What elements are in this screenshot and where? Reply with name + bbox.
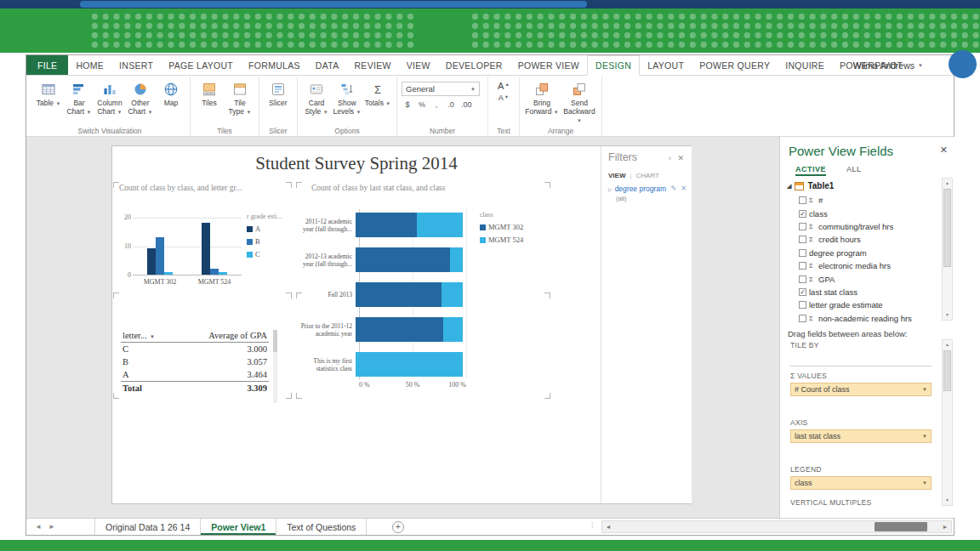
report-title[interactable]: Student Survey Spring 2014 [112, 153, 601, 174]
slicer-button[interactable]: Slicer [264, 78, 293, 116]
ribbon-tab-home[interactable]: HOME [68, 55, 111, 75]
bar-b-mgmt-524[interactable] [210, 269, 219, 275]
ribbon-tab-formulas[interactable]: FORMULAS [241, 55, 308, 75]
table-total-row[interactable]: Total3.309 [121, 381, 269, 395]
collapse-pane-icon[interactable]: ‹ [669, 154, 671, 162]
legend-item-c[interactable]: C [247, 250, 291, 258]
scrollbar-thumb[interactable] [875, 522, 927, 531]
ribbon-tab-data[interactable]: DATA [308, 55, 347, 75]
field-chip-count-of-class[interactable]: # Count of class▼ [790, 383, 932, 396]
scroll-left-icon[interactable]: ◄ [602, 524, 614, 530]
table-row[interactable]: C3.000 [121, 343, 269, 355]
checkbox[interactable] [799, 288, 806, 296]
field-row-class[interactable]: class [799, 207, 935, 219]
checkbox[interactable] [799, 276, 806, 283]
sort-dropdown-icon[interactable]: ▼ [150, 334, 155, 339]
new-sheet-button[interactable]: + [392, 521, 404, 533]
bar-b-mgmt-302[interactable] [156, 237, 164, 275]
bar-segment-mgmt-302[interactable] [356, 317, 443, 342]
checkbox[interactable] [799, 249, 806, 257]
sheet-nav-left-icon[interactable]: ◄ [35, 519, 42, 535]
scrollbar-thumb[interactable] [943, 350, 951, 391]
scrollbar-thumb[interactable] [273, 330, 277, 352]
scroll-down-icon[interactable]: ▼ [943, 496, 952, 505]
column-chart[interactable]: Count of class by class, and letter gr..… [119, 184, 291, 296]
scroll-right-icon[interactable]: ► [939, 524, 951, 530]
legend-item-a[interactable]: A [247, 224, 291, 233]
ribbon-tab-power-query[interactable]: POWER QUERY [692, 55, 778, 75]
tab-active-fields[interactable]: ACTIVE [795, 165, 826, 176]
ribbon-tab-view[interactable]: VIEW [399, 55, 438, 75]
scroll-up-icon[interactable]: ▲ [943, 340, 952, 349]
sheet-tab-text-of-questions[interactable]: Text of Questions [276, 519, 367, 535]
stacked-bar-chart[interactable]: Count of class by last stat class, and c… [299, 184, 546, 398]
legend-item-b[interactable]: B [247, 237, 291, 246]
table-row[interactable]: A3.464 [121, 368, 269, 381]
number-format-select[interactable]: General ▼ [402, 82, 480, 96]
bar-segment-mgmt-524[interactable] [443, 317, 463, 342]
show-levels-button[interactable]: Show Levels ▼ [333, 78, 362, 116]
bar-segment-mgmt-524[interactable] [442, 282, 463, 307]
field-row-electronic-media-hrs[interactable]: Σelectronic media hrs [799, 259, 935, 272]
ribbon-tab-developer[interactable]: DEVELOPER [438, 55, 510, 75]
edit-filter-icon[interactable]: ✎ [671, 185, 677, 192]
bar-segment-mgmt-524[interactable] [450, 247, 463, 272]
number-format-00-button[interactable]: .00 [461, 100, 472, 109]
tab-all-fields[interactable]: ALL [846, 165, 862, 176]
tiles-button[interactable]: Tiles [195, 78, 224, 116]
areas-scrollbar[interactable]: ▲ ▼ [942, 339, 953, 506]
tab-view[interactable]: VIEW [608, 172, 625, 179]
filter-field-degree-program[interactable]: ▷ degree program [608, 185, 666, 193]
increase-font-size-button[interactable]: A ▲ [498, 82, 510, 91]
bar-segment-mgmt-302[interactable] [356, 282, 442, 307]
checkbox[interactable] [799, 196, 806, 204]
field-row-non-academic-reading-hrs[interactable]: Σnon-academic reading hrs [799, 312, 935, 325]
table-button[interactable]: Table ▼ [34, 78, 63, 116]
column-chart-button[interactable]: Column Chart ▼ [95, 78, 124, 116]
ribbon-tab-power-view[interactable]: POWER VIEW [510, 55, 587, 75]
delete-filter-icon[interactable]: ✕ [681, 185, 687, 192]
field-chip-class[interactable]: class▼ [790, 476, 932, 490]
ribbon-tab-design[interactable]: DESIGN [587, 55, 640, 76]
bar-segment-mgmt-302[interactable] [356, 213, 417, 237]
bar-a-mgmt-302[interactable] [147, 248, 156, 275]
legend-item-mgmt-302[interactable]: MGMT 302 [480, 223, 544, 231]
bar-c-mgmt-524[interactable] [219, 272, 227, 275]
number-format-item-button[interactable]: $ [403, 100, 412, 109]
totals-button[interactable]: Σ Totals ▼ [363, 78, 392, 116]
close-icon[interactable]: ✕ [940, 145, 948, 156]
table-scrollbar[interactable] [273, 330, 277, 403]
bar-c-mgmt-302[interactable] [164, 272, 173, 275]
table-row[interactable]: B3.057 [121, 355, 269, 368]
other-chart-button[interactable]: Other Chart ▼ [126, 78, 155, 116]
number-format-item-button[interactable]: % [418, 100, 426, 109]
checkbox[interactable] [799, 210, 806, 218]
bar-chart-button[interactable]: Bar Chart ▼ [65, 78, 94, 116]
tab-chart[interactable]: CHART [636, 172, 659, 179]
decrease-font-size-button[interactable]: A ▼ [499, 94, 509, 102]
ribbon-tab-layout[interactable]: LAYOUT [640, 55, 692, 75]
field-row-item[interactable]: Σ# [799, 194, 935, 207]
legend-item-mgmt-524[interactable]: MGMT 524 [480, 236, 544, 244]
table-header[interactable]: letter...▼ Average of GPA [121, 330, 269, 343]
close-icon[interactable]: ✕ [677, 154, 684, 162]
checkbox[interactable] [799, 262, 806, 270]
table-node[interactable]: ◢ Table1 [787, 181, 834, 190]
tab-split-handle[interactable]: ⁞ [591, 521, 594, 530]
bar-segment-mgmt-524[interactable] [356, 352, 463, 377]
sheet-nav-right-icon[interactable]: ► [48, 519, 55, 535]
checkbox[interactable] [799, 236, 806, 243]
field-chip-last-stat-class[interactable]: last stat class▼ [790, 429, 932, 443]
horizontal-scrollbar[interactable]: ◄ ► [601, 520, 952, 533]
scrollbar-track[interactable] [614, 521, 939, 532]
checkbox[interactable] [799, 301, 806, 309]
ribbon-tab-page-layout[interactable]: PAGE LAYOUT [161, 55, 241, 75]
bar-a-mgmt-524[interactable] [202, 223, 210, 275]
bar-segment-mgmt-302[interactable] [356, 247, 450, 272]
ribbon-tab-inquire[interactable]: INQUIRE [778, 55, 832, 75]
field-list-scrollbar[interactable]: ▲ ▼ [942, 178, 953, 321]
sheet-tab-original-data-1-26-14[interactable]: Original Data 1 26 14 [94, 519, 201, 535]
send-backward-button[interactable]: Send Backward ▼ [561, 78, 597, 124]
field-row-degree-program[interactable]: degree program [799, 247, 935, 259]
field-row-last-stat-class[interactable]: last stat class [799, 286, 935, 298]
